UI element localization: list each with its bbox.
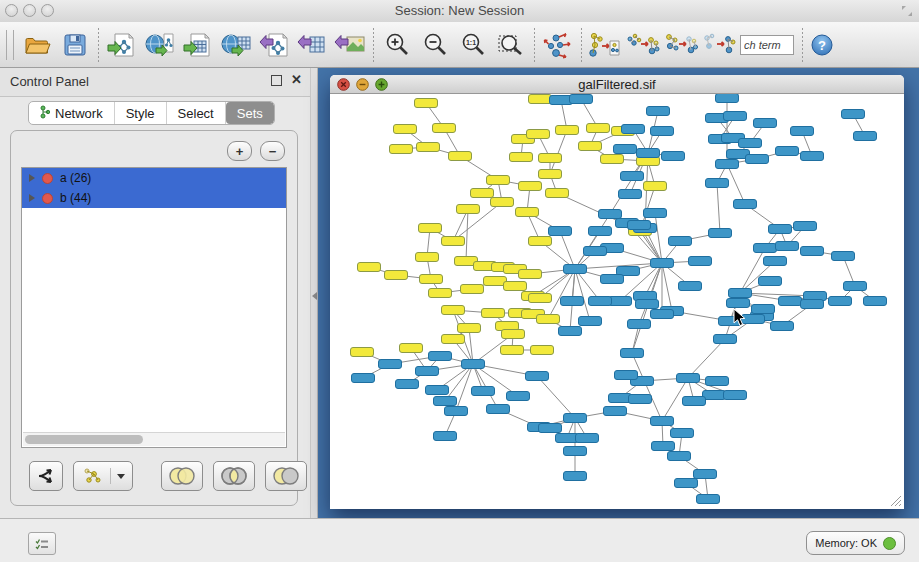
network-node[interactable] [599,210,622,219]
network-node[interactable] [442,237,465,246]
network-node[interactable] [644,182,667,191]
zoom-in-button[interactable] [378,26,416,64]
network-node[interactable] [771,322,794,331]
network-edge[interactable] [717,183,720,233]
network-edge[interactable] [688,339,725,378]
network-node[interactable] [396,380,419,389]
save-session-button[interactable] [56,26,94,64]
union-sets-button[interactable] [161,461,203,491]
network-node[interactable] [759,277,782,286]
network-node[interactable] [706,377,729,386]
expander-icon[interactable] [29,174,35,182]
intersect-networks-button[interactable] [662,26,700,64]
network-window-minimize-icon[interactable] [356,78,369,91]
network-node[interactable] [604,407,627,416]
network-node[interactable] [539,170,562,179]
network-node[interactable] [679,282,702,291]
network-node[interactable] [584,247,607,256]
network-node[interactable] [779,297,802,306]
network-node[interactable] [671,429,694,438]
network-edge[interactable] [575,214,610,269]
network-node[interactable] [537,315,560,324]
network-node[interactable] [559,327,582,336]
add-set-button[interactable]: + [227,141,252,161]
network-edge[interactable] [740,248,765,293]
zoom-out-button[interactable] [416,26,454,64]
float-window-icon[interactable] [271,75,282,86]
network-node[interactable] [724,391,747,400]
network-node[interactable] [526,372,549,381]
network-node[interactable] [519,270,542,279]
network-node[interactable] [529,95,552,104]
network-node[interactable] [434,397,457,406]
network-node[interactable] [358,263,381,272]
search-input[interactable] [740,35,794,55]
fullscreen-icon[interactable] [901,5,913,17]
network-node[interactable] [539,154,562,163]
tab-sets[interactable]: Sets [226,102,274,124]
network-node[interactable] [729,289,752,298]
network-node[interactable] [487,176,510,185]
network-node[interactable] [651,259,674,268]
network-node[interactable] [706,179,729,188]
network-node[interactable] [449,152,472,161]
network-node[interactable] [510,153,533,162]
export-image-button[interactable] [331,26,369,64]
copy-network-button[interactable] [586,26,624,64]
difference-networks-button[interactable] [700,26,738,64]
network-node[interactable] [842,110,865,119]
tab-style[interactable]: Style [115,102,167,124]
network-node[interactable] [801,247,824,256]
network-node[interactable] [433,124,456,133]
network-node[interactable] [442,335,465,344]
network-node[interactable] [703,391,726,400]
close-panel-icon[interactable]: ✕ [291,72,302,87]
network-node[interactable] [564,447,587,456]
network-node[interactable] [776,147,799,156]
network-edge[interactable] [537,376,575,418]
network-node[interactable] [390,145,413,154]
network-node[interactable] [829,297,852,306]
expander-icon[interactable] [29,194,35,202]
import-table-file-button[interactable] [179,26,217,64]
network-node[interactable] [652,442,675,451]
network-node[interactable] [472,387,495,396]
network-node[interactable] [400,344,423,353]
network-node[interactable] [416,253,439,262]
network-node[interactable] [724,112,747,121]
network-node[interactable] [677,374,700,383]
network-node[interactable] [426,386,449,395]
network-node[interactable] [716,94,739,103]
network-node[interactable] [694,470,717,479]
network-node[interactable] [614,145,637,154]
network-node[interactable] [628,320,651,329]
union-networks-button[interactable] [624,26,662,64]
network-node[interactable] [420,275,443,284]
network-node[interactable] [429,289,452,298]
network-node[interactable] [556,126,579,135]
network-node[interactable] [442,306,465,315]
network-node[interactable] [727,299,750,308]
network-node[interactable] [501,346,524,355]
network-node[interactable] [647,107,670,116]
import-network-file-button[interactable] [103,26,141,64]
network-node[interactable] [589,297,612,306]
network-node[interactable] [651,127,674,136]
network-node[interactable] [746,155,769,164]
network-node[interactable] [832,252,855,261]
network-node[interactable] [794,222,817,231]
network-node[interactable] [621,172,644,181]
network-node[interactable] [461,285,484,294]
network-node[interactable] [651,310,674,319]
network-node[interactable] [754,244,777,253]
toolbar-drag-handle[interactable] [6,30,14,60]
tab-select[interactable]: Select [167,102,226,124]
network-node[interactable] [507,392,530,401]
network-node[interactable] [621,349,644,358]
create-set-from-network-button[interactable] [73,461,133,491]
network-node[interactable] [716,160,739,169]
network-node[interactable] [579,142,602,151]
network-node[interactable] [564,414,587,423]
network-node[interactable] [601,155,624,164]
network-node[interactable] [529,237,552,246]
